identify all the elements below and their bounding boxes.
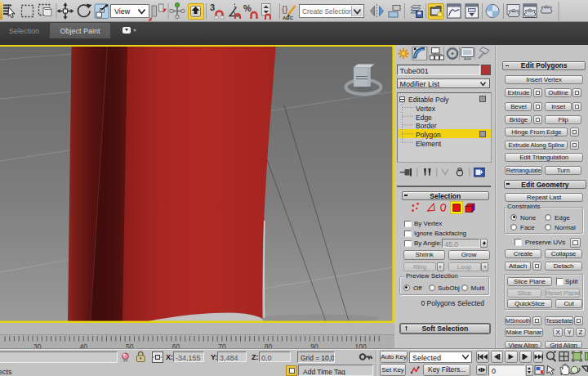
svg-text:%: % xyxy=(243,3,252,13)
svg-text:ABC: ABC xyxy=(283,16,294,20)
svg-text:{}: {} xyxy=(282,4,288,14)
svg-text:3: 3 xyxy=(210,2,215,12)
